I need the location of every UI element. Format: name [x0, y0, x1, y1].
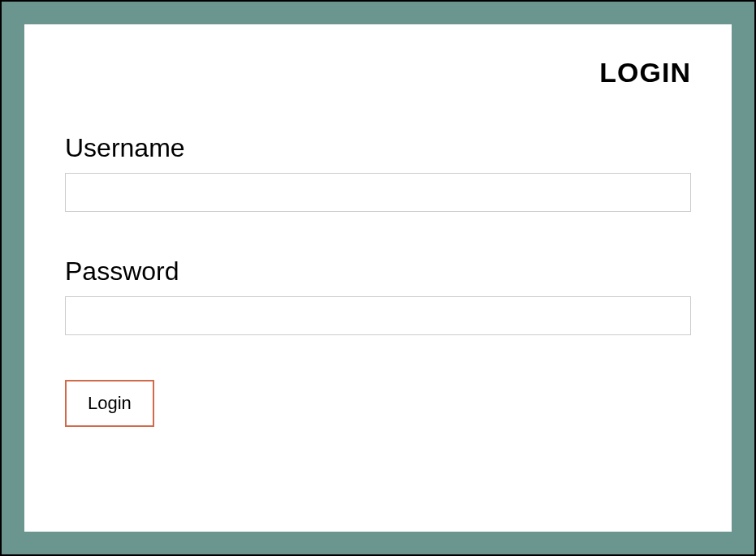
password-group: Password	[65, 256, 691, 335]
password-label: Password	[65, 256, 691, 287]
username-label: Username	[65, 133, 691, 163]
page-title: LOGIN	[65, 57, 691, 88]
outer-frame: LOGIN Username Password Login	[0, 0, 756, 556]
password-input[interactable]	[65, 296, 691, 335]
login-panel: LOGIN Username Password Login	[24, 24, 732, 532]
username-input[interactable]	[65, 173, 691, 212]
login-button[interactable]: Login	[65, 380, 154, 427]
username-group: Username	[65, 133, 691, 212]
